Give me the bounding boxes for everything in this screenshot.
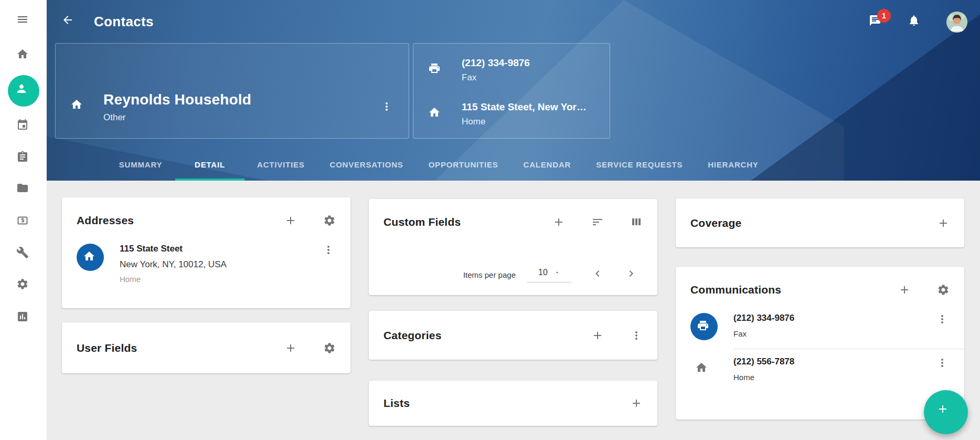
sort-icon: [591, 216, 604, 228]
quick-info-address: 115 State Steet, New Yor… Home: [413, 92, 610, 136]
entity-name: Reynolds Household: [103, 91, 251, 108]
home-icon: [428, 106, 444, 122]
address-line2: New York, NY, 10012, USA: [120, 259, 227, 270]
fax-label: Fax: [462, 72, 530, 83]
bar-chart-icon: [16, 310, 31, 325]
kebab-icon: [322, 244, 335, 256]
dollar-card-icon: [16, 214, 31, 229]
paginator: Items per page 10: [369, 267, 657, 282]
card-title: Communications: [690, 284, 781, 296]
custom-fields-card: Custom Fields Items per page 10: [369, 199, 657, 295]
address-label: Home: [462, 117, 587, 127]
next-page-button[interactable]: [625, 267, 638, 282]
sidebar-item-contacts-active[interactable]: [0, 74, 47, 108]
tab-summary[interactable]: SUMMARY: [106, 148, 175, 181]
add-communication-button[interactable]: [898, 284, 911, 296]
card-title: User Fields: [77, 342, 137, 354]
add-category-button[interactable]: [591, 329, 604, 342]
columns-icon: [630, 216, 643, 228]
tab-calendar[interactable]: CALENDAR: [511, 148, 584, 181]
tab-activities[interactable]: ACTIVITIES: [244, 148, 317, 181]
address-menu-button[interactable]: [322, 244, 335, 258]
columns-view-button[interactable]: [630, 216, 643, 228]
add-list-button[interactable]: [630, 397, 643, 410]
fax-printer-icon: [697, 319, 711, 334]
menu-button[interactable]: [0, 7, 47, 34]
communication-item-home[interactable]: (212) 556-7878 Home: [676, 357, 964, 384]
sort-custom-fields-button[interactable]: [591, 216, 604, 228]
tab-detail[interactable]: DETAIL: [175, 148, 244, 181]
previous-page-button[interactable]: [591, 267, 605, 282]
sidebar-item-files[interactable]: [0, 175, 47, 203]
gear-icon: [323, 214, 336, 227]
avatar[interactable]: [946, 12, 967, 33]
quick-info-fax: (212) 334-9876 Fax: [413, 48, 610, 92]
add-address-button[interactable]: [284, 214, 297, 227]
page-size-select[interactable]: 10: [527, 268, 571, 282]
tab-service-requests[interactable]: SERVICE REQUESTS: [583, 148, 695, 181]
plus-icon: [898, 284, 911, 296]
communication-menu-button[interactable]: [936, 357, 949, 371]
card-title: Addresses: [77, 214, 134, 227]
addresses-card: Addresses 115 State Steet New York, NY, …: [62, 197, 350, 308]
items-per-page-label: Items per page: [463, 270, 516, 279]
back-button[interactable]: [61, 14, 76, 30]
add-fab-button[interactable]: [924, 390, 968, 434]
fax-printer-icon: [428, 62, 444, 78]
sidebar-item-tools[interactable]: [0, 240, 47, 267]
communication-text: (212) 334-9876 Fax: [733, 313, 794, 338]
sidebar-item-reports[interactable]: [0, 304, 47, 331]
add-user-field-button[interactable]: [284, 342, 297, 354]
communication-item-fax[interactable]: (212) 334-9876 Fax: [676, 313, 964, 340]
chevron-right-icon: [625, 267, 638, 281]
messages-button[interactable]: 1: [869, 14, 883, 30]
folder-icon: [16, 182, 31, 196]
home-icon: [16, 48, 31, 62]
communication-menu-button[interactable]: [936, 313, 949, 327]
tab-hierarchy[interactable]: HIERARCHY: [695, 148, 771, 181]
user-fields-header: User Fields: [62, 322, 350, 373]
communications-card: Communications (212) 334-9876 Fax: [676, 267, 964, 420]
card-title: Custom Fields: [384, 216, 461, 228]
sidebar-item-calendar[interactable]: [0, 112, 47, 140]
avatar-photo: [946, 12, 967, 33]
lists-card: Lists: [369, 381, 657, 426]
communication-text: (212) 556-7878 Home: [733, 357, 794, 382]
communications-settings-button[interactable]: [937, 284, 950, 296]
clipboard-icon: [16, 151, 31, 165]
plus-icon: [284, 214, 297, 227]
app-bar-actions: 1: [869, 12, 980, 33]
coverage-card: Coverage: [676, 198, 964, 247]
add-custom-field-button[interactable]: [552, 216, 565, 228]
chevron-down-icon: [554, 269, 560, 276]
divider: [733, 349, 964, 349]
user-fields-settings-button[interactable]: [323, 342, 336, 354]
add-coverage-button[interactable]: [937, 217, 950, 229]
sidebar-item-home[interactable]: [0, 41, 47, 69]
calendar-icon: [16, 119, 31, 133]
home-phone-icon-wrap: [690, 357, 718, 384]
communication-label: Home: [733, 373, 794, 382]
person-icon: [15, 82, 32, 99]
notifications-button[interactable]: [908, 14, 922, 30]
addresses-settings-button[interactable]: [323, 214, 336, 227]
sidebar: [0, 0, 47, 440]
address-text: 115 State Steet New York, NY, 10012, USA…: [120, 244, 227, 284]
sidebar-item-billing[interactable]: [0, 208, 47, 235]
address-type: Home: [120, 275, 227, 284]
kebab-icon: [380, 100, 393, 113]
page-size-value: 10: [538, 268, 548, 277]
entity-menu-button[interactable]: [380, 100, 393, 114]
sidebar-item-settings[interactable]: [0, 271, 47, 299]
address-list-item[interactable]: 115 State Steet New York, NY, 10012, USA…: [62, 244, 350, 284]
tab-opportunities[interactable]: OPPORTUNITIES: [416, 148, 511, 181]
detail-content: Addresses 115 State Steet New York, NY, …: [47, 181, 980, 440]
back-arrow-icon: [61, 14, 76, 28]
sidebar-item-tasks[interactable]: [0, 144, 47, 172]
entity-summary-card[interactable]: Reynolds Household Other: [55, 43, 409, 139]
home-icon: [695, 361, 713, 379]
categories-card: Categories: [369, 311, 657, 360]
tab-conversations[interactable]: CONVERSATIONS: [317, 148, 416, 181]
categories-menu-button[interactable]: [630, 329, 643, 342]
quick-info-card[interactable]: (212) 334-9876 Fax 115 State Steet, New …: [413, 43, 610, 139]
